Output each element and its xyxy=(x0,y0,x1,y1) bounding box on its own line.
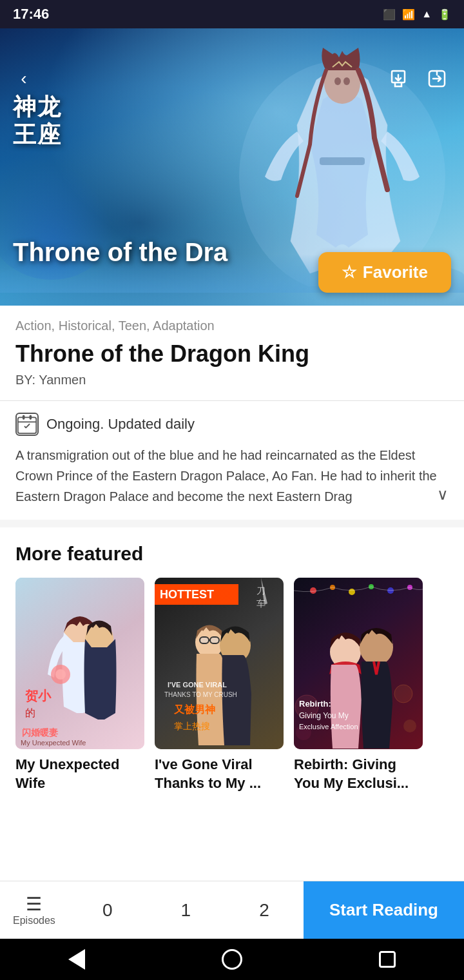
hero-section: 神龙王座 Throne of the Dra ‹ ☆ Favorite xyxy=(0,28,464,306)
svg-text:闪婚暖妻: 闪婚暖妻 xyxy=(22,727,59,738)
calendar-icon xyxy=(15,413,39,436)
android-nav-bar xyxy=(0,939,464,980)
section-title: More featured xyxy=(15,543,449,565)
android-recent-button[interactable] xyxy=(379,951,396,968)
featured-title-2: I've Gone Viral Thanks to My ... xyxy=(155,756,284,792)
page-2[interactable]: 2 xyxy=(246,900,282,921)
battery-icon: 🔋 xyxy=(438,8,451,21)
svg-text:贺小: 贺小 xyxy=(24,689,52,703)
svg-text:My Unexpected Wife: My Unexpected Wife xyxy=(21,739,86,747)
status-time: 17:46 xyxy=(13,6,49,23)
list-item[interactable]: Rebirth: Giving You My Exclusive Affecti… xyxy=(294,578,423,792)
svg-rect-8 xyxy=(23,415,25,420)
download-button[interactable] xyxy=(384,64,412,93)
svg-point-14 xyxy=(55,669,66,680)
back-button[interactable]: ‹ xyxy=(10,64,38,93)
status-area: Ongoing. Updated daily A transmigration … xyxy=(0,401,464,507)
svg-text:THANKS TO MY CRUSH: THANKS TO MY CRUSH xyxy=(164,691,237,698)
svg-text:又被男神: 又被男神 xyxy=(173,703,215,715)
page-1[interactable]: 1 xyxy=(168,900,204,921)
signal-icon: 📶 xyxy=(402,8,415,21)
svg-point-4 xyxy=(343,77,350,85)
content-area: Action, Historical, Teen, Adaptation Thr… xyxy=(0,306,464,387)
status-bar: 17:46 ⬛ 📶 ▲ 🔋 xyxy=(0,0,464,28)
svg-text:HOTTEST: HOTTEST xyxy=(160,588,214,601)
cover-1: 贺小 的 闪婚暖妻 My Unexpected Wife xyxy=(15,578,144,749)
android-home-button[interactable] xyxy=(222,949,242,970)
cover-3: Rebirth: Giving You My Exclusive Affecti… xyxy=(294,578,423,749)
list-item[interactable]: HOTTEST I'VE GONE VIRAL THANKS TO MY xyxy=(155,578,284,792)
share-button[interactable] xyxy=(423,64,451,93)
featured-section: More featured xyxy=(0,527,464,792)
status-icons: ⬛ 📶 ▲ 🔋 xyxy=(383,8,451,21)
svg-rect-7 xyxy=(18,418,36,434)
svg-text:刀: 刀 xyxy=(256,586,266,596)
description-text: A transmigration out of the blue and he … xyxy=(15,445,449,507)
svg-point-44 xyxy=(403,720,416,732)
page-0[interactable]: 0 xyxy=(90,900,126,921)
genre-tags: Action, Historical, Teen, Adaptation xyxy=(15,318,449,333)
svg-text:的: 的 xyxy=(25,707,35,718)
bottom-bar: ☰ Episodes 0 1 2 Start Reading xyxy=(0,881,464,939)
featured-list: 贺小 的 闪婚暖妻 My Unexpected Wife My Unexpect… xyxy=(15,578,449,792)
svg-text:I'VE GONE VIRAL: I'VE GONE VIRAL xyxy=(168,681,227,689)
featured-title-1: My Unexpected Wife xyxy=(15,756,144,792)
svg-point-34 xyxy=(310,587,316,594)
episodes-section[interactable]: ☰ Episodes xyxy=(0,894,68,926)
svg-text:Rebirth:: Rebirth: xyxy=(299,699,331,709)
star-icon: ☆ xyxy=(342,262,356,282)
svg-rect-9 xyxy=(30,415,32,420)
featured-title-3: Rebirth: Giving You My Exclusi... xyxy=(294,756,423,792)
favorite-button[interactable]: ☆ Favorite xyxy=(318,252,451,293)
svg-rect-23 xyxy=(200,637,209,643)
chinese-title: 神龙王座 xyxy=(13,93,62,148)
status-text: Ongoing. Updated daily xyxy=(46,416,195,433)
svg-point-43 xyxy=(394,685,412,703)
svg-rect-24 xyxy=(210,637,219,643)
svg-text:车: 车 xyxy=(256,599,266,609)
svg-text:Exclusive Affection: Exclusive Affection xyxy=(299,723,358,730)
episodes-label: Episodes xyxy=(13,915,55,926)
expand-icon[interactable]: ∨ xyxy=(437,482,449,507)
svg-point-36 xyxy=(349,589,355,595)
start-reading-button[interactable]: Start Reading xyxy=(304,881,464,939)
list-item[interactable]: 贺小 的 闪婚暖妻 My Unexpected Wife My Unexpect… xyxy=(15,578,144,792)
hero-english-title: Throne of the Dra xyxy=(13,238,227,267)
manga-author: BY: Yanmen xyxy=(15,373,449,387)
svg-text:掌上热搜: 掌上热搜 xyxy=(174,721,210,731)
manga-title: Throne of the Dragon King xyxy=(15,340,449,368)
page-numbers: 0 1 2 xyxy=(68,900,304,921)
favorite-label: Favorite xyxy=(363,262,428,282)
cover-2: HOTTEST I'VE GONE VIRAL THANKS TO MY xyxy=(155,578,284,749)
wifi-icon: ▲ xyxy=(421,8,432,20)
section-divider xyxy=(0,520,464,527)
cast-icon: ⬛ xyxy=(383,8,396,21)
svg-point-3 xyxy=(334,77,341,85)
episodes-icon: ☰ xyxy=(26,894,42,915)
svg-text:Giving You My: Giving You My xyxy=(299,711,349,720)
svg-rect-1 xyxy=(320,157,365,165)
android-back-button[interactable] xyxy=(68,949,85,970)
